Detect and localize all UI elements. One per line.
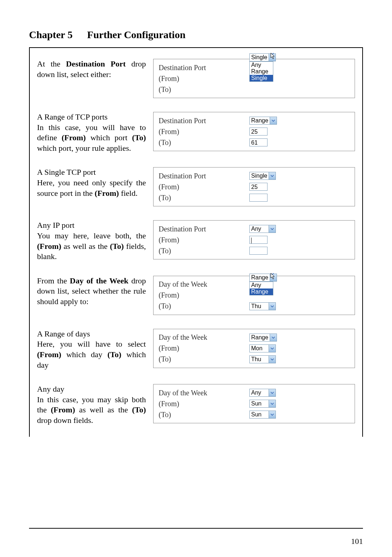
to-label: (To) [159, 355, 249, 363]
main-dropdown-value: Range [250, 117, 270, 124]
from-dropdown-value: Mon [250, 345, 269, 352]
row-description: From the Day of the Week drop down list,… [37, 276, 153, 307]
main-dropdown-value: Single [250, 172, 269, 179]
from-dropdown[interactable]: Mon [249, 344, 276, 352]
field-label: Destination Port [159, 117, 249, 125]
main-dropdown[interactable]: Range [249, 334, 277, 342]
chapter-number: Chapter 5 [29, 29, 73, 40]
doc-row: A Single TCP portHere, you need only spe… [37, 167, 355, 206]
field-label: Day of the Week [159, 389, 249, 397]
chapter-header: Chapter 5Further Configuration [29, 29, 363, 41]
main-dropdown[interactable]: Single [249, 172, 276, 180]
row-description: A Range of TCP portsIn this case, you wi… [37, 112, 153, 153]
config-panel: Day of the WeekAny(From)Sun(To)Sun [153, 384, 355, 423]
to-dropdown-value: Thu [250, 356, 269, 363]
from-label: (From) [159, 236, 249, 244]
config-panel: Day of the WeekRange(From)Mon(To)Thu [153, 329, 355, 368]
main-dropdown-list[interactable]: AnyRange [249, 282, 273, 295]
to-label: (To) [159, 138, 249, 147]
row-description: Any IP portYou may here, leave both, the… [37, 220, 153, 262]
chevron-down-icon[interactable] [270, 117, 277, 124]
config-panel: Destination PortSingleAnyRangeSingle(Fro… [153, 59, 355, 98]
main-dropdown[interactable]: Any [249, 389, 276, 397]
list-item[interactable]: Any [250, 62, 273, 68]
content-frame: At the Destination Port drop down list, … [29, 48, 363, 437]
doc-row: At the Destination Port drop down list, … [37, 59, 355, 98]
main-dropdown-list[interactable]: AnyRangeSingle [249, 61, 273, 82]
doc-row: Any IP portYou may here, leave both, the… [37, 220, 355, 262]
row-description: Any dayIn this case, you may skip both t… [37, 384, 153, 425]
chevron-down-icon[interactable] [269, 172, 275, 179]
main-dropdown-value: Single [250, 54, 269, 61]
from-label: (From) [159, 128, 249, 136]
chevron-down-icon[interactable] [269, 225, 275, 233]
from-input[interactable]: 25 [249, 183, 268, 191]
chevron-down-icon[interactable] [270, 334, 277, 341]
list-item[interactable]: Range [250, 68, 273, 75]
row-description: A Range of daysHere, you will have to se… [37, 329, 153, 370]
to-dropdown[interactable]: Sun [249, 411, 276, 419]
from-dropdown-value: Sun [250, 400, 269, 407]
row-description: A Single TCP portHere, you need only spe… [37, 167, 153, 198]
to-dropdown[interactable]: Thu [249, 302, 276, 310]
doc-row: From the Day of the Week drop down list,… [37, 276, 355, 315]
list-item[interactable]: Any [250, 282, 273, 288]
main-dropdown[interactable]: Range [249, 117, 277, 125]
list-item[interactable]: Range [250, 288, 273, 295]
doc-row: A Range of daysHere, you will have to se… [37, 329, 355, 370]
chevron-down-icon[interactable] [269, 389, 275, 396]
from-label: (From) [159, 183, 249, 191]
to-label: (To) [159, 302, 249, 310]
chevron-down-icon[interactable] [269, 411, 275, 418]
to-input[interactable]: 61 [249, 138, 268, 146]
main-dropdown[interactable]: Any [249, 225, 276, 233]
to-dropdown-value: Thu [250, 303, 269, 310]
page-number: 101 [351, 537, 363, 546]
from-dropdown[interactable]: Sun [249, 400, 276, 408]
config-panel: Destination PortRange(From)25(To)61 [153, 112, 355, 151]
field-label: Day of the Week [159, 333, 249, 342]
config-panel: Destination PortSingle(From)25(To) [153, 167, 355, 206]
field-label: Destination Port [159, 64, 249, 72]
field-label: Destination Port [159, 172, 249, 180]
config-panel: Day of the WeekRangeAnyRange(From)(To)Th… [153, 276, 355, 315]
main-dropdown-value: Range [250, 274, 270, 281]
main-dropdown-value: Range [250, 334, 270, 341]
chevron-down-icon[interactable] [269, 345, 275, 352]
to-dropdown-value: Sun [250, 411, 269, 418]
from-input[interactable]: 25 [249, 128, 268, 136]
doc-row: A Range of TCP portsIn this case, you wi… [37, 112, 355, 153]
to-dropdown[interactable]: Thu [249, 355, 276, 363]
list-item[interactable]: Single [250, 75, 273, 81]
field-label: Destination Port [159, 225, 249, 233]
to-input[interactable] [249, 247, 268, 255]
chevron-down-icon[interactable] [269, 400, 275, 407]
from-label: (From) [159, 344, 249, 352]
field-label: Day of the Week [159, 280, 249, 288]
to-label: (To) [159, 85, 249, 94]
from-input[interactable] [249, 236, 268, 244]
to-label: (To) [159, 411, 249, 419]
from-label: (From) [159, 400, 249, 408]
main-dropdown-value: Any [250, 389, 269, 396]
chevron-down-icon[interactable] [269, 303, 275, 310]
config-panel: Destination PortAny(From)(To) [153, 220, 355, 259]
bottom-rule [29, 528, 363, 529]
to-label: (To) [159, 247, 249, 255]
to-input[interactable] [249, 194, 268, 202]
main-dropdown-value: Any [250, 225, 269, 233]
to-label: (To) [159, 194, 249, 202]
chapter-title: Further Configuration [87, 29, 185, 40]
chevron-down-icon[interactable] [269, 356, 275, 363]
from-label: (From) [159, 291, 249, 299]
from-label: (From) [159, 74, 249, 83]
doc-row: Any dayIn this case, you may skip both t… [37, 384, 355, 425]
row-description: At the Destination Port drop down list, … [37, 59, 153, 80]
